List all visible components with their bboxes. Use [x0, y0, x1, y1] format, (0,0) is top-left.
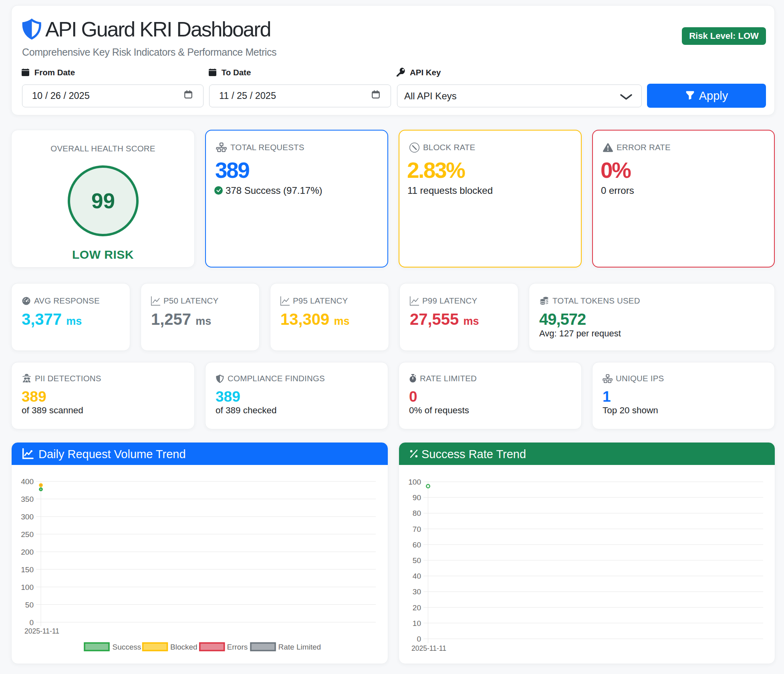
svg-text:200: 200: [21, 548, 34, 556]
svg-text:90: 90: [413, 493, 421, 502]
svg-text:350: 350: [21, 495, 34, 503]
svg-text:Success: Success: [113, 643, 141, 651]
svg-text:2025-11-11: 2025-11-11: [24, 627, 59, 635]
svg-text:30: 30: [413, 587, 421, 596]
svg-text:2025-11-11: 2025-11-11: [411, 644, 446, 652]
svg-text:50: 50: [25, 601, 34, 609]
svg-text:0: 0: [417, 635, 421, 643]
svg-text:100: 100: [408, 478, 421, 486]
svg-text:80: 80: [413, 509, 421, 517]
svg-text:20: 20: [413, 604, 421, 612]
svg-text:50: 50: [413, 556, 421, 565]
svg-text:100: 100: [21, 583, 34, 592]
svg-text:70: 70: [413, 525, 421, 533]
svg-text:150: 150: [21, 565, 34, 574]
svg-text:0: 0: [29, 618, 34, 627]
svg-text:400: 400: [21, 477, 34, 486]
svg-text:Rate Limited: Rate Limited: [278, 643, 321, 651]
svg-text:300: 300: [21, 513, 34, 521]
svg-text:250: 250: [21, 530, 34, 539]
svg-text:Blocked: Blocked: [170, 643, 198, 651]
svg-text:60: 60: [413, 541, 421, 549]
svg-text:10: 10: [413, 619, 421, 628]
svg-text:Errors: Errors: [227, 643, 248, 651]
svg-text:40: 40: [413, 572, 421, 580]
